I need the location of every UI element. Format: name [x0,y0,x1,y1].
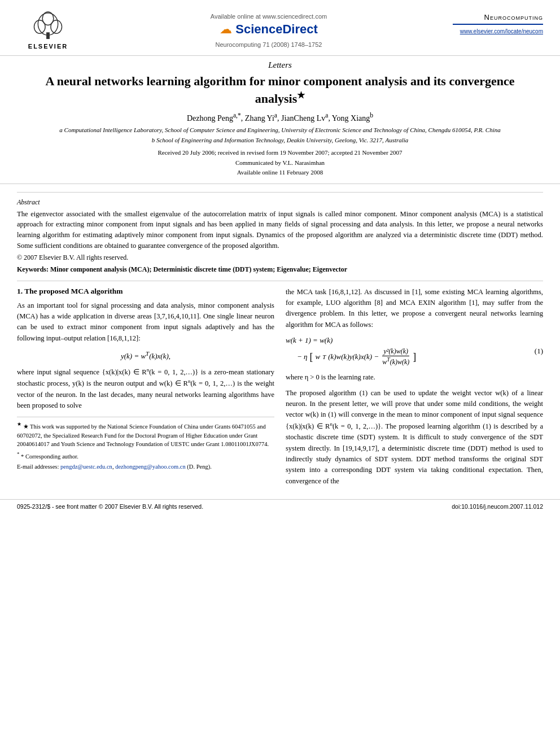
sd-logo-text: ScienceDirect [235,22,318,37]
brand-name: Neurocomputing [453,13,543,25]
article-type: Letters [34,60,526,70]
email1-link[interactable]: pengdz@uestc.edu.cn [60,464,112,470]
article-title: A neural networks learning algorithm for… [34,73,526,107]
eq1-fraction-den: wT(k)w(k) [381,356,410,366]
bottom-bar: 0925-2312/$ - see front matter © 2007 El… [0,499,560,513]
date2: Communicated by V.L. Narasimhan [34,158,526,168]
section1-right-para2: where η > 0 is the learning rate. [286,372,543,383]
elsevier-logo: ELSEVIER [17,10,79,50]
footnote-star: ★ ★ This work was supported by the Natio… [17,421,274,449]
svg-point-1 [38,13,58,35]
col-left: 1. The proposed MCA algorithm As an impo… [17,287,274,491]
sciencedirect-logo: ☁ ScienceDirect [220,22,318,37]
keywords: Keywords: Minor component analysis (MCA)… [17,265,543,274]
author4-sup: b [370,112,373,119]
article-header: Letters A neural networks learning algor… [0,56,560,184]
header: ELSEVIER Available online at www.science… [0,0,560,56]
svg-point-4 [42,12,54,25]
elsevier-logo-svg [31,10,65,41]
copyright: © 2007 Elsevier B.V. All rights reserved… [17,254,543,262]
keywords-text: Minor component analysis (MCA); Determin… [50,265,347,273]
date1: Received 20 July 2006; received in revis… [34,148,526,158]
sd-icon: ☁ [220,22,232,37]
footnote-email: E-mail addresses: pengdz@uestc.edu.cn, d… [17,462,274,471]
authors: Dezhong Penga,*, Zhang Yia, JianCheng Lv… [34,112,526,123]
eq1-content: w(k + 1) = w(k) − η[ wT(k)w(k)y(k)x(k) −… [286,336,529,366]
eq-yk-left: y(k) = wT(k)x(k), [121,352,170,360]
title-star: ★ [297,90,305,100]
author2-name: , Zhang Yi [241,113,274,122]
section1-right-para1: the MCA task [16,8,1,12]. As discussed i… [286,287,543,331]
available-online-text: Available online at www.sciencedirect.co… [211,13,327,20]
header-left: ELSEVIER [17,10,85,50]
author1-name: Dezhong Peng [187,113,233,122]
main-content: Abstract The eigenvector associated with… [0,184,560,499]
author1-sup: a,* [233,112,241,119]
issn-text: 0925-2312/$ - see front matter © 2007 El… [17,503,203,510]
eq1-line2: − η[ wT(k)w(k)y(k)x(k) − y²(k)w(k) wT(k)… [286,347,529,366]
elsevier-url: www.elsevier.com/locate/neucom [460,28,543,34]
keywords-label: Keywords: [17,265,49,273]
author3-name: , JianCheng Lv [277,113,325,122]
page: ELSEVIER Available online at www.science… [0,0,560,747]
eq1-fraction-num: y²(k)w(k) [382,347,409,356]
affil-a: a Computational Intelligence Laboratory,… [34,126,526,134]
eq1-fraction: y²(k)w(k) wT(k)w(k) [381,347,410,366]
col-right: the MCA task [16,8,1,12]. As discussed i… [286,287,543,491]
abstract-text: The eigenvector associated with the smal… [17,209,543,251]
affil-b: b School of Engineering and Information … [34,136,526,145]
svg-rect-0 [46,32,50,39]
date3: Available online 11 February 2008 [34,168,526,178]
header-center: Available online at www.sciencedirect.co… [90,10,447,48]
header-right: Neurocomputing www.elsevier.com/locate/n… [453,10,543,34]
elsevier-text: ELSEVIER [28,43,68,50]
equation-1-block: w(k + 1) = w(k) − η[ wT(k)w(k)y(k)x(k) −… [286,336,543,366]
journal-name-header: Neurocomputing 71 (2008) 1748–1752 [216,41,322,48]
article-dates: Received 20 July 2006; received in revis… [34,148,526,178]
email2-link[interactable]: dezhongpeng@yahoo.com.cn [115,464,186,470]
abstract-label: Abstract [17,198,543,207]
footnotes: ★ ★ This work was supported by the Natio… [17,417,274,471]
eq1-number: (1) [535,347,543,356]
equation-yk: y(k) = wT(k)x(k), [17,350,274,360]
section1-para2: where input signal sequence {x(k)|x(k) ∈… [17,366,274,412]
section1-title: 1. The proposed MCA algorithm [17,287,274,296]
eq1-row: w(k + 1) = w(k) − η[ wT(k)w(k)y(k)x(k) −… [286,336,543,366]
section1-para1: As an important tool for signal processi… [17,300,274,344]
author4-name: , Yong Xiang [328,113,370,122]
eq1-line1: w(k + 1) = w(k) [286,336,529,345]
abstract-section: Abstract The eigenvector associated with… [17,192,543,281]
two-col-layout: 1. The proposed MCA algorithm As an impo… [17,287,543,491]
doi-text: doi:10.1016/j.neucom.2007.11.012 [452,503,543,510]
footnote-asterisk: * * Corresponding author. [17,451,274,461]
section1-right-para3: The proposed algorithm (1) can be used t… [286,388,543,487]
